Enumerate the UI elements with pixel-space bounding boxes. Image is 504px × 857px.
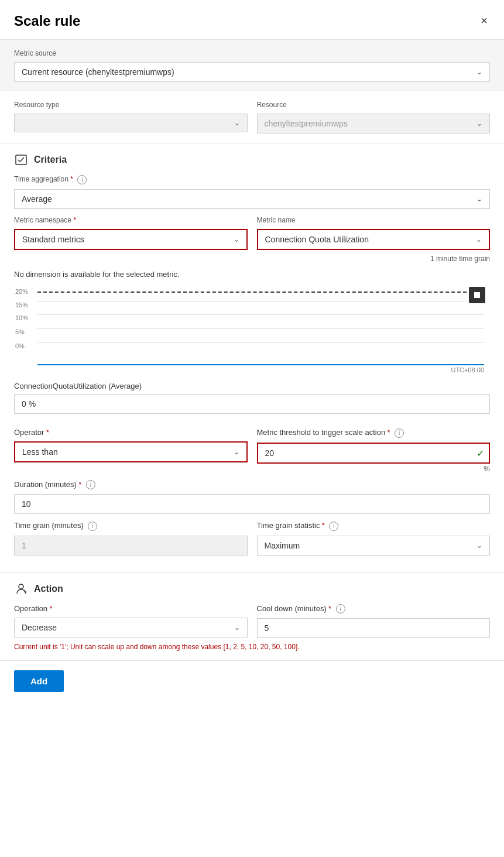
svg-rect-1: [474, 292, 480, 298]
duration-label: Duration (minutes) * i: [14, 480, 490, 490]
resource-select[interactable]: chenyltestpremiumwps ⌄: [257, 114, 491, 133]
time-aggregation-required: *: [70, 175, 73, 183]
grid-line-10: [37, 314, 484, 315]
cool-down-info-icon[interactable]: i: [336, 604, 345, 613]
resource-section: Resource type ⌄ Resource chenyltestpremi…: [0, 91, 504, 143]
svg-point-2: [19, 584, 23, 589]
criteria-icon: [14, 153, 28, 167]
metric-source-chevron-icon: ⌄: [476, 68, 482, 76]
grid-line-15: [37, 301, 484, 302]
duration-field: Duration (minutes) * i: [14, 480, 490, 515]
metric-source-label: Metric source: [14, 49, 490, 57]
operator-required: *: [46, 428, 49, 437]
time-grain-minutes-field: Time grain (minutes) i: [14, 521, 248, 556]
panel-title: Scale rule: [14, 13, 80, 29]
metric-threshold-input-wrap: ✓: [257, 443, 491, 464]
operator-select[interactable]: Less than ⌄: [14, 441, 248, 462]
operator-label: Operator *: [14, 428, 248, 437]
duration-info-icon[interactable]: i: [86, 480, 95, 489]
operator-field: Operator * Less than ⌄: [14, 428, 248, 473]
chart-line-blue: [37, 364, 484, 365]
metric-namespace-select[interactable]: Standard metrics ⌄: [14, 229, 248, 250]
time-grain-row: Time grain (minutes) i Time grain statis…: [14, 521, 490, 556]
criteria-title: Criteria: [34, 155, 67, 165]
grid-line-0: [37, 342, 484, 343]
metric-threshold-label: Metric threshold to trigger scale action…: [257, 428, 491, 438]
time-grain-minutes-input: [14, 536, 248, 556]
cqu-value-input[interactable]: [14, 394, 490, 414]
no-dimension-message: No dimension is available for the select…: [14, 270, 490, 279]
check-icon: ✓: [476, 447, 484, 458]
metric-threshold-input[interactable]: [257, 443, 491, 464]
metric-source-value: Current resource (chenyltestpremiumwps): [22, 67, 174, 77]
y-label-20: 20%: [15, 288, 28, 295]
cool-down-required: *: [328, 605, 331, 613]
metric-namespace-field: Metric namespace * Standard metrics ⌄: [14, 216, 248, 250]
grid-line-5: [37, 328, 484, 329]
action-section: Action Operation * Decrease ⌄ Cool down …: [0, 573, 504, 661]
panel-header: Scale rule ×: [0, 0, 504, 40]
metric-threshold-required: *: [388, 428, 390, 437]
time-aggregation-label: Time aggregation * i: [14, 175, 490, 184]
time-grain-statistic-info-icon[interactable]: i: [329, 522, 338, 531]
chart-thumb-icon: [469, 287, 485, 303]
operation-chevron-icon: ⌄: [234, 623, 240, 632]
y-label-10: 10%: [15, 314, 28, 321]
action-title: Action: [34, 584, 63, 594]
metric-namespace-value: Standard metrics: [22, 235, 84, 244]
time-aggregation-select[interactable]: Average ⌄: [14, 189, 490, 209]
operation-field: Operation * Decrease ⌄: [14, 604, 248, 639]
operator-chevron-icon: ⌄: [234, 448, 239, 456]
operation-value: Decrease: [22, 623, 57, 632]
chart-container: 20% 15% 10% 5% 0% UTC+08:00: [14, 283, 490, 377]
cool-down-label: Cool down (minutes) * i: [257, 604, 491, 614]
time-grain-label: 1 minute time grain: [14, 255, 490, 263]
footer: Add: [0, 661, 504, 701]
y-label-15: 15%: [15, 301, 28, 308]
time-grain-statistic-value: Maximum: [265, 541, 300, 550]
metric-threshold-info-icon[interactable]: i: [395, 428, 404, 438]
resource-type-select[interactable]: ⌄: [14, 114, 248, 132]
chart-area: 20% 15% 10% 5% 0%: [37, 283, 484, 365]
metric-namespace-chevron-icon: ⌄: [234, 235, 239, 244]
resource-label: Resource: [257, 101, 491, 109]
operation-required: *: [50, 605, 53, 613]
criteria-header: Criteria: [14, 153, 490, 167]
cqu-label: ConnectionQuotaUtilization (Average): [14, 382, 490, 390]
chart-dashed-line: [37, 292, 484, 293]
cool-down-input[interactable]: [257, 618, 491, 638]
time-grain-statistic-field: Time grain statistic * i Maximum ⌄: [257, 521, 491, 556]
resource-type-field: Resource type ⌄: [14, 101, 248, 133]
metric-namespace-label: Metric namespace *: [14, 216, 248, 224]
time-grain-statistic-label: Time grain statistic * i: [257, 521, 491, 531]
metric-row: Metric namespace * Standard metrics ⌄ Me…: [14, 216, 490, 250]
time-grain-minutes-info-icon[interactable]: i: [88, 522, 97, 531]
operation-label: Operation *: [14, 604, 248, 613]
metric-namespace-required: *: [73, 216, 76, 224]
duration-required: *: [79, 481, 82, 489]
close-button[interactable]: ×: [478, 12, 490, 30]
add-button[interactable]: Add: [14, 670, 64, 692]
time-aggregation-field: Time aggregation * i Average ⌄: [14, 175, 490, 209]
time-aggregation-info-icon[interactable]: i: [77, 175, 87, 184]
operator-threshold-row: Operator * Less than ⌄ Metric threshold …: [14, 428, 490, 473]
y-label-5: 5%: [15, 328, 25, 335]
time-aggregation-value: Average: [22, 194, 52, 204]
metric-name-chevron-icon: ⌄: [476, 235, 482, 244]
cool-down-field: Cool down (minutes) * i: [257, 604, 491, 639]
metric-source-select[interactable]: Current resource (chenyltestpremiumwps) …: [14, 62, 490, 82]
time-aggregation-chevron-icon: ⌄: [476, 195, 482, 203]
resource-value: chenyltestpremiumwps: [265, 119, 348, 128]
metric-name-select[interactable]: Connection Quota Utilization ⌄: [257, 229, 491, 250]
metric-threshold-field: Metric threshold to trigger scale action…: [257, 428, 491, 473]
operator-value: Less than: [22, 447, 58, 457]
resource-type-chevron-icon: ⌄: [234, 119, 240, 127]
time-grain-statistic-select[interactable]: Maximum ⌄: [257, 536, 491, 556]
time-grain-statistic-chevron-icon: ⌄: [476, 541, 482, 550]
resource-type-label: Resource type: [14, 101, 248, 109]
operation-select[interactable]: Decrease ⌄: [14, 618, 248, 637]
duration-input[interactable]: [14, 494, 490, 514]
criteria-section: Criteria Time aggregation * i Average ⌄ …: [0, 143, 504, 572]
scale-rule-panel: Scale rule × Metric source Current resou…: [0, 0, 504, 857]
resource-field: Resource chenyltestpremiumwps ⌄: [257, 101, 491, 133]
